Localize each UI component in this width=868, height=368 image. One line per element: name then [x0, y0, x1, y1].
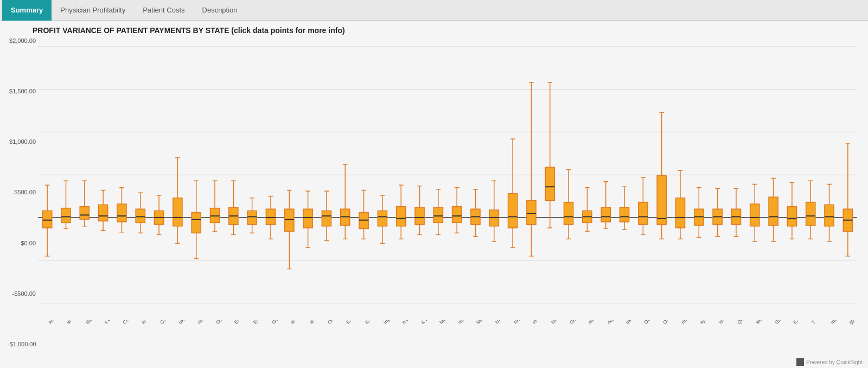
- x-label: Down: [215, 320, 227, 325]
- x-label: ma: [829, 320, 838, 325]
- x-label: GenMed: [271, 320, 288, 325]
- x-label: Neuro ICU: [513, 320, 533, 325]
- x-label: Cardiology: [159, 320, 179, 325]
- x-label: ritical Care: [196, 320, 216, 325]
- svg-rect-75: [247, 211, 257, 224]
- x-label: ro Surgery: [531, 320, 551, 325]
- svg-rect-195: [620, 207, 629, 222]
- x-label: T: [810, 320, 816, 325]
- x-label: Abdominal: [47, 320, 67, 325]
- y-label-2000: $2,000.00: [8, 38, 36, 44]
- svg-rect-117: [378, 211, 387, 226]
- x-label: Gen Surg: [569, 320, 587, 325]
- svg-rect-201: [639, 202, 648, 225]
- svg-rect-141: [452, 206, 462, 223]
- x-label: NeuroMed: [550, 320, 570, 325]
- x-label: BMT: [85, 320, 96, 325]
- x-label: Cardiac: [122, 320, 137, 325]
- x-label: Surg: [774, 320, 785, 325]
- tab-summary[interactable]: Summary: [2, 0, 52, 21]
- tab-description[interactable]: Description: [194, 0, 246, 21]
- svg-rect-93: [303, 209, 312, 228]
- x-label: Oncology: [327, 320, 345, 325]
- x-label: & Delivery: [420, 320, 439, 325]
- tab-patient[interactable]: Patient Costs: [134, 0, 193, 21]
- svg-rect-255: [806, 202, 815, 226]
- x-label: nSurgGen: [457, 320, 476, 325]
- x-label: step Down: [755, 320, 775, 325]
- svg-rect-33: [117, 204, 126, 222]
- x-label: Oncology: [662, 320, 680, 325]
- x-label: ICU Surg: [792, 320, 810, 325]
- y-axis: $2,000.00 $1,500.00 $1,000.00 $500.00 $0…: [5, 38, 38, 347]
- x-label: Inpatient: [382, 320, 399, 325]
- powered-by: Powered by QuickSight: [796, 358, 863, 366]
- x-label: ICU: [345, 320, 355, 325]
- svg-rect-261: [825, 205, 834, 226]
- svg-rect-207: [657, 176, 666, 225]
- y-label-0: $0.00: [8, 240, 36, 246]
- x-label: olo Rectal: [177, 320, 196, 325]
- svg-rect-123: [397, 206, 406, 226]
- svg-rect-9: [43, 211, 52, 228]
- svg-rect-87: [285, 209, 294, 231]
- x-label: hnologych: [718, 320, 737, 325]
- y-label-1000: $1,000.00: [8, 139, 36, 145]
- x-label: ostpartum: [624, 320, 643, 325]
- svg-rect-237: [750, 204, 760, 226]
- y-label-500: $500.00: [8, 189, 36, 195]
- tab-physician[interactable]: Physician Profitabilty: [52, 0, 134, 21]
- x-label: MedSurg: [438, 320, 456, 325]
- svg-rect-135: [433, 207, 443, 223]
- chart-title: PROFIT VARIANCE OF PATIENT PAYMENTS BY S…: [5, 26, 863, 35]
- x-label: al Surgery: [308, 320, 328, 325]
- svg-rect-249: [787, 206, 796, 226]
- svg-rect-129: [415, 207, 424, 225]
- svg-rect-81: [266, 209, 275, 224]
- y-label-neg500: -$500.00: [8, 291, 36, 297]
- svg-rect-99: [322, 211, 331, 226]
- svg-rect-171: [545, 167, 554, 200]
- x-label: NICU: [494, 320, 507, 325]
- svg-rect-177: [564, 202, 573, 225]
- y-label-neg1000: -$1,000.00: [8, 341, 36, 347]
- x-axis-labels: Abdominalst PartumBMTs OncologyCardiacio…: [38, 320, 857, 347]
- svg-rect-51: [173, 198, 182, 226]
- svg-rect-21: [80, 206, 89, 219]
- tab-bar: Summary Physician Profitabilty Patient C…: [0, 0, 868, 21]
- chart-area: $2,000.00 $1,500.00 $1,000.00 $500.00 $0…: [5, 38, 863, 347]
- x-label: ENT: [233, 320, 244, 325]
- chart-container: PROFIT VARIANCE OF PATIENT PAYMENTS BY S…: [0, 21, 868, 368]
- svg-rect-39: [136, 209, 145, 223]
- x-label: nical Care: [587, 320, 607, 325]
- x-label: nepartum: [606, 320, 624, 325]
- plot-area[interactable]: [38, 38, 857, 320]
- y-label-1500: $1,500.00: [8, 88, 36, 94]
- x-label: st Partum: [66, 320, 84, 325]
- svg-rect-165: [527, 200, 536, 224]
- svg-rect-57: [192, 212, 201, 233]
- svg-rect-159: [508, 194, 518, 228]
- svg-rect-243: [769, 197, 778, 225]
- x-label: ICU Med: [364, 320, 381, 325]
- svg-rect-27: [99, 205, 108, 221]
- svg-rect-15: [61, 208, 71, 223]
- x-label: sychology: [699, 320, 718, 325]
- qs-logo-icon: [796, 358, 804, 366]
- x-label: io Thoracic: [141, 320, 161, 325]
- x-label: rthopedic: [680, 320, 698, 325]
- svg-rect-213: [675, 198, 685, 228]
- x-label: Medical: [475, 320, 491, 325]
- x-label: gy: [848, 320, 856, 325]
- svg-rect-189: [601, 207, 610, 222]
- x-label: OB-LDR: [643, 320, 660, 325]
